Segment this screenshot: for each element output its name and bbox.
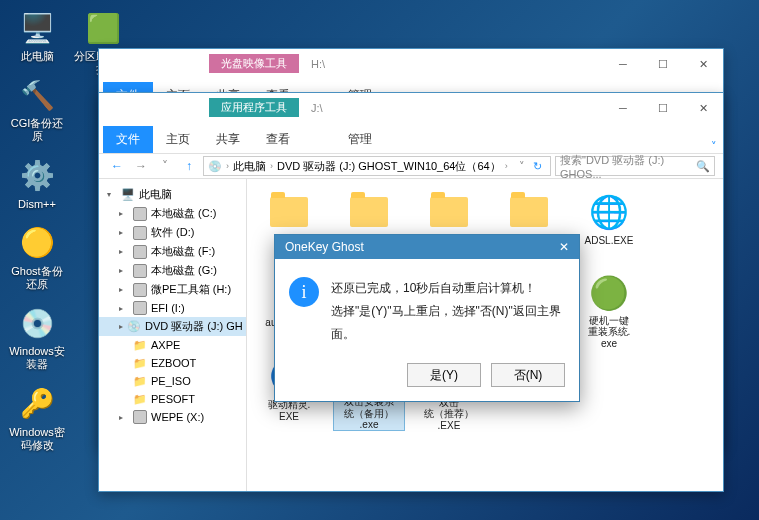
disk-icon <box>133 207 147 221</box>
context-tab-app: 应用程序工具 <box>209 98 299 117</box>
titlebar-front: 应用程序工具 J:\ ─ ☐ ✕ <box>99 93 723 123</box>
folder-icon <box>428 191 470 233</box>
close-button[interactable]: ✕ <box>683 94 723 122</box>
file-icon: 🟢 <box>588 273 630 313</box>
minimize-button[interactable]: ─ <box>603 50 643 78</box>
disc-icon: 💿 <box>17 303 57 343</box>
tab-manage[interactable]: 管理 <box>335 126 385 153</box>
forward-button[interactable]: → <box>131 156 151 176</box>
crumb-pc[interactable]: 此电脑 <box>233 159 266 174</box>
disk-icon <box>133 410 147 424</box>
search-icon: 🔍 <box>696 160 710 173</box>
hammer-icon: 🔨 <box>17 75 57 115</box>
file-item[interactable]: 🟢硬机一键重装系统.exe <box>573 271 645 349</box>
dvd-icon: 💿 <box>127 320 141 334</box>
back-button[interactable]: ← <box>107 156 127 176</box>
pc-icon: 🖥️ <box>121 188 135 202</box>
desktop-icon-wininst[interactable]: 💿 Windows安装器 <box>6 303 68 371</box>
folder-icon: 📁 <box>133 338 147 352</box>
folder-icon <box>508 191 550 233</box>
file-label: 硬机一键重装系统.exe <box>588 315 631 350</box>
nav-item[interactable]: 📁EZBOOT <box>99 354 246 372</box>
nav-item[interactable]: ▸软件 (D:) <box>99 223 246 242</box>
disk-icon <box>133 283 147 297</box>
nav-item[interactable]: 📁AXPE <box>99 336 246 354</box>
title-path-front: J:\ <box>299 102 603 114</box>
nav-pc[interactable]: ▾🖥️ 此电脑 <box>99 185 246 204</box>
ghost-icon: 🟡 <box>17 223 57 263</box>
maximize-button[interactable]: ☐ <box>643 50 683 78</box>
nav-item[interactable]: ▸EFI (I:) <box>99 299 246 317</box>
partition-icon: 🟩 <box>83 8 123 48</box>
minimize-button[interactable]: ─ <box>603 94 643 122</box>
crumb-dvd[interactable]: DVD 驱动器 (J:) GHOST_WIN10_64位（64） <box>277 159 501 174</box>
nav-item[interactable]: 📁PE_ISO <box>99 372 246 390</box>
folder-icon: 📁 <box>133 392 147 406</box>
onekey-ghost-dialog: OneKey Ghost ✕ i 还原已完成，10秒后自动重启计算机！ 选择"是… <box>274 234 580 402</box>
folder-icon: 📁 <box>133 374 147 388</box>
nav-item[interactable]: ▸WEPE (X:) <box>99 408 246 426</box>
desktop-icon-ghost[interactable]: 🟡 Ghost备份还原 <box>6 223 68 291</box>
disk-icon <box>133 264 147 278</box>
desktop-icon-winpwd[interactable]: 🔑 Windows密码修改 <box>6 384 68 452</box>
pc-icon: 🖥️ <box>17 8 57 48</box>
nav-pane: ▾🖥️ 此电脑 ▸本地磁盘 (C:)▸软件 (D:)▸本地磁盘 (F:)▸本地磁… <box>99 179 247 491</box>
maximize-button[interactable]: ☐ <box>643 94 683 122</box>
nav-item[interactable]: ▸本地磁盘 (C:) <box>99 204 246 223</box>
dialog-close-icon[interactable]: ✕ <box>559 240 569 254</box>
dialog-message: 还原已完成，10秒后自动重启计算机！ 选择"是(Y)"马上重启，选择"否(N)"… <box>331 277 565 345</box>
folder-icon: 📁 <box>133 356 147 370</box>
ribbon-tabs-front: 文件 主页 共享 查看 管理 ˅ <box>99 129 723 153</box>
folder-icon <box>348 191 390 233</box>
tab-file[interactable]: 文件 <box>103 126 153 153</box>
tab-view[interactable]: 查看 <box>253 126 303 153</box>
gear-icon: ⚙️ <box>17 156 57 196</box>
no-button[interactable]: 否(N) <box>491 363 565 387</box>
disk-icon <box>133 226 147 240</box>
file-item[interactable]: 🌐ADSL.EXE <box>573 189 645 267</box>
drive-icon: 💿 <box>208 160 222 173</box>
desktop: 🖥️ 此电脑 🟩 分区助手(无损) 🔨 CGI备份还原 ⚙️ Dism++ 🟡 … <box>0 0 74 460</box>
title-path-back: H:\ <box>299 58 603 70</box>
file-icon: 🌐 <box>588 191 630 233</box>
search-input[interactable]: 搜索"DVD 驱动器 (J:) GHOS... 🔍 <box>555 156 715 176</box>
recent-button[interactable]: ˅ <box>155 156 175 176</box>
nav-item[interactable]: 📁PESOFT <box>99 390 246 408</box>
nav-toolbar: ← → ˅ ↑ 💿 › 此电脑 › DVD 驱动器 (J:) GHOST_WIN… <box>99 153 723 179</box>
nav-item[interactable]: ▸微PE工具箱 (H:) <box>99 280 246 299</box>
yes-button[interactable]: 是(Y) <box>407 363 481 387</box>
desktop-icon-cgi[interactable]: 🔨 CGI备份还原 <box>6 75 68 143</box>
tab-share[interactable]: 共享 <box>203 126 253 153</box>
disk-icon <box>133 301 147 315</box>
disk-icon <box>133 245 147 259</box>
context-tab-disc: 光盘映像工具 <box>209 54 299 73</box>
folder-icon <box>268 191 310 233</box>
desktop-icon-dism[interactable]: ⚙️ Dism++ <box>6 156 68 211</box>
close-button[interactable]: ✕ <box>683 50 723 78</box>
tab-home[interactable]: 主页 <box>153 126 203 153</box>
desktop-icon-pc[interactable]: 🖥️ 此电脑 <box>6 8 68 63</box>
file-label: 驱动精灵.EXE <box>268 399 311 422</box>
ribbon-expand-icon[interactable]: ˅ <box>711 140 717 153</box>
titlebar-back: 光盘映像工具 H:\ ─ ☐ ✕ <box>99 49 723 79</box>
file-label: ADSL.EXE <box>585 235 634 247</box>
dialog-title: OneKey Ghost ✕ <box>275 235 579 259</box>
nav-item[interactable]: ▸💿DVD 驱动器 (J:) GH <box>99 317 246 336</box>
up-button[interactable]: ↑ <box>179 156 199 176</box>
nav-item[interactable]: ▸本地磁盘 (G:) <box>99 261 246 280</box>
nav-item[interactable]: ▸本地磁盘 (F:) <box>99 242 246 261</box>
refresh-icon[interactable]: ↻ <box>529 160 546 173</box>
info-icon: i <box>289 277 319 307</box>
address-bar[interactable]: 💿 › 此电脑 › DVD 驱动器 (J:) GHOST_WIN10_64位（6… <box>203 156 551 176</box>
key-icon: 🔑 <box>17 384 57 424</box>
